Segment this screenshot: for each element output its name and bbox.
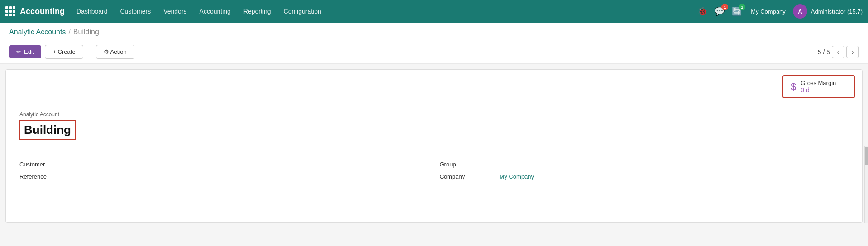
gross-margin-label: Gross Margin <box>801 80 836 86</box>
gross-margin-widget: $ Gross Margin 0 d <box>782 75 855 98</box>
form-col-right: Group Company My Company <box>429 151 849 190</box>
top-navigation: Accounting Dashboard Customers Vendors A… <box>0 0 868 23</box>
edit-icon: ✏ <box>16 48 21 55</box>
field-label-company: Company <box>440 173 494 180</box>
topnav-right: 🐞 💬 1 🔄 1 My Company A Administrator (15… <box>696 4 863 19</box>
form-col-left: Customer Reference <box>19 151 429 190</box>
breadcrumb: Analytic Accounts / Building <box>0 23 868 40</box>
nav-accounting[interactable]: Accounting <box>194 5 236 18</box>
activity-icon-btn[interactable]: 🔄 1 <box>730 5 744 18</box>
toolbar: ✏ Edit + Create ⚙ Action 5 / 5 ‹ › <box>0 40 868 64</box>
form-body: Analytic Account Building Customer Refer… <box>6 102 862 199</box>
field-label-group: Group <box>440 161 494 168</box>
action-button[interactable]: ⚙ Action <box>96 45 134 59</box>
app-grid-icon[interactable] <box>5 6 15 16</box>
bug-icon: 🐞 <box>697 6 707 16</box>
create-label: + Create <box>52 48 75 55</box>
gross-margin-text: Gross Margin 0 d <box>801 80 836 94</box>
gross-margin-link[interactable]: d <box>806 86 810 94</box>
breadcrumb-current: Building <box>73 28 99 36</box>
bug-icon-btn[interactable]: 🐞 <box>696 5 709 18</box>
form-fields: Customer Reference Group Compan <box>19 151 849 190</box>
dollar-icon: $ <box>791 81 796 93</box>
scroll-thumb[interactable] <box>865 147 868 165</box>
chat-icon-btn[interactable]: 💬 1 <box>713 5 726 18</box>
nav-reporting[interactable]: Reporting <box>238 5 277 18</box>
nav-configuration[interactable]: Configuration <box>278 5 327 18</box>
field-label-reference: Reference <box>19 173 74 180</box>
field-label-customer: Customer <box>19 161 74 168</box>
company-name: My Company <box>747 6 789 17</box>
field-row-customer: Customer <box>19 158 429 170</box>
activity-badge: 1 <box>739 4 745 10</box>
field-row-reference: Reference <box>19 170 429 183</box>
nav-dashboard[interactable]: Dashboard <box>71 5 113 18</box>
field-row-company: Company My Company <box>440 170 849 183</box>
app-name: Accounting <box>20 7 65 16</box>
app-brand[interactable]: Accounting <box>5 6 65 16</box>
field-value-company[interactable]: My Company <box>500 173 534 180</box>
pager-next-button[interactable]: › <box>846 46 859 58</box>
admin-label: Administrator (15.7) <box>811 8 863 15</box>
action-label: ⚙ Action <box>104 48 127 55</box>
field-row-group: Group <box>440 158 849 170</box>
form-container: $ Gross Margin 0 d Analytic Account Buil… <box>5 69 863 223</box>
avatar-initial: A <box>798 8 802 15</box>
pager: 5 / 5 ‹ › <box>818 46 859 58</box>
breadcrumb-parent[interactable]: Analytic Accounts <box>9 28 66 36</box>
pager-prev-button[interactable]: ‹ <box>832 46 844 58</box>
breadcrumb-separator: / <box>68 28 70 36</box>
avatar[interactable]: A <box>793 4 807 19</box>
analytic-account-label: Analytic Account <box>19 111 849 118</box>
chat-badge: 1 <box>721 4 728 10</box>
gross-margin-value: 0 d <box>801 86 836 94</box>
create-button[interactable]: + Create <box>45 45 83 59</box>
edit-label: Edit <box>24 48 34 55</box>
pager-text: 5 / 5 <box>818 48 830 56</box>
edit-button[interactable]: ✏ Edit <box>9 45 41 58</box>
nav-vendors[interactable]: Vendors <box>158 5 192 18</box>
record-name: Building <box>19 120 76 140</box>
nav-customers[interactable]: Customers <box>115 5 157 18</box>
main-content-wrapper: $ Gross Margin 0 d Analytic Account Buil… <box>0 69 868 223</box>
scrollbar[interactable] <box>864 146 868 223</box>
gross-margin-bar: $ Gross Margin 0 d <box>6 70 862 102</box>
